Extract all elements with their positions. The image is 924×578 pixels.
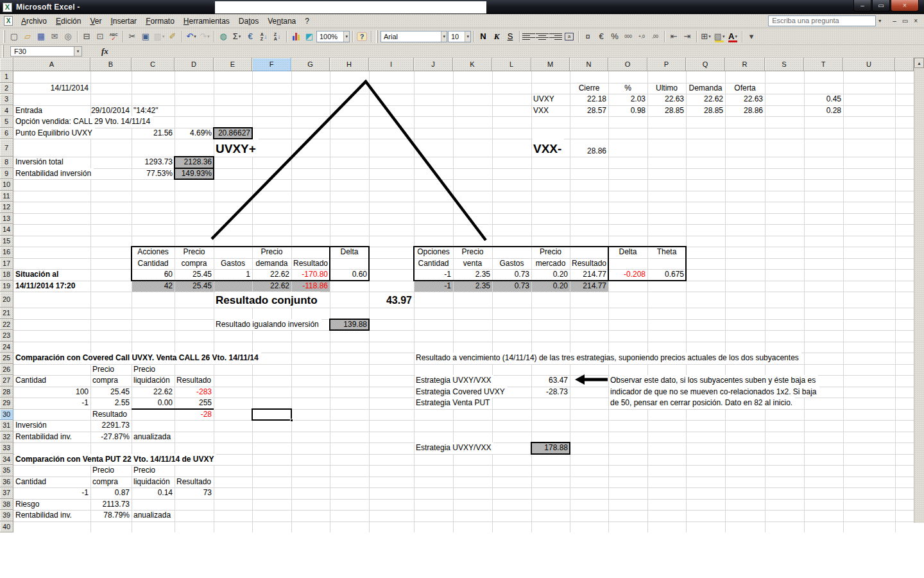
cell-O4[interactable]: 0.98 (608, 105, 647, 117)
cell-C27[interactable]: liquidación (132, 375, 175, 387)
cell-P2[interactable]: Ultimo (647, 83, 686, 94)
cell-F19[interactable]: 22.62 (253, 281, 291, 292)
cell-L18[interactable]: 0.73 (492, 269, 531, 281)
row-header-28[interactable]: 28 (0, 387, 13, 398)
cell-N19[interactable]: 214.77 (570, 281, 608, 292)
fill-color-icon[interactable]: ▧▾ (713, 30, 726, 43)
scroll-up-icon[interactable]: ▲ (914, 58, 924, 68)
menu-formato[interactable]: Formato (141, 15, 179, 28)
cell-K16[interactable]: Precio (453, 247, 492, 258)
cell-J17[interactable]: Cantidad (414, 258, 453, 270)
cell-D30[interactable]: -28 (175, 409, 214, 421)
row-header-24[interactable]: 24 (0, 342, 13, 353)
redo-icon[interactable]: ↷▾ (198, 30, 211, 43)
cell-N17[interactable]: Resultado (570, 258, 608, 270)
paste-icon[interactable]: ▥▾ (153, 30, 166, 43)
bold-button[interactable]: N (477, 30, 490, 43)
cell-O27[interactable]: Observar este dato, si los subyacentes s… (610, 375, 818, 387)
col-header-f[interactable]: F (252, 58, 291, 71)
cell-A25[interactable]: Comparación con Covered Call UVXY. Venta… (15, 353, 261, 364)
cell-E18[interactable]: 1 (214, 269, 252, 281)
cell-J19[interactable]: -1 (415, 281, 453, 292)
cell-A36[interactable]: Cantidad (13, 477, 90, 488)
col-header-n[interactable]: N (570, 58, 608, 71)
row-header-16[interactable]: 16 (0, 247, 13, 258)
menu-herramientas[interactable]: Herramientas (179, 15, 234, 28)
cell-N7[interactable]: 28.86 (570, 139, 608, 157)
toolbar-options-icon[interactable]: ▾ (745, 30, 758, 43)
cell-Q2[interactable]: Demanda (686, 83, 725, 94)
cell-J29[interactable]: Estrategia Venta PUT (415, 398, 492, 409)
cell-A31[interactable]: Inversión (13, 420, 90, 432)
cell-C16[interactable]: Acciones (132, 247, 175, 258)
cell-G17[interactable]: Resultado (291, 258, 330, 270)
col-header-r[interactable]: R (725, 58, 765, 71)
cell-J16[interactable]: Opciones (414, 247, 453, 258)
print-preview-icon[interactable]: ⊡ (94, 30, 107, 43)
row-header-2[interactable]: 2 (0, 83, 13, 94)
cell-E20[interactable]: Resultado conjunto (215, 292, 320, 308)
cell-P16[interactable]: Theta (647, 247, 686, 258)
cell-M27[interactable]: 63.47 (531, 375, 570, 387)
cell-H22[interactable]: 139.88 (330, 320, 369, 331)
row-header-12[interactable]: 12 (0, 202, 13, 213)
undo-icon[interactable]: ↶▾ (185, 30, 198, 43)
col-header-b[interactable]: B (90, 58, 132, 71)
cell-P18[interactable]: 0.675 (647, 269, 686, 281)
cell-M28[interactable]: -28.73 (531, 387, 570, 398)
cell-C26[interactable]: Precio (132, 364, 175, 376)
insert-function-icon[interactable]: fx (101, 46, 108, 57)
comma-style-icon[interactable]: 000 (622, 30, 635, 43)
cell-B29[interactable]: 2.55 (90, 398, 132, 409)
cell-Q3[interactable]: 22.62 (686, 94, 725, 105)
row-header-25[interactable]: 25 (0, 353, 13, 364)
cell-N4[interactable]: 28.57 (570, 105, 608, 117)
decrease-indent-icon[interactable]: ⇤ (667, 30, 680, 43)
font-color-icon[interactable]: A▾ (726, 30, 739, 43)
name-box-dropdown-icon[interactable]: ▾ (74, 46, 82, 57)
row-header-18[interactable]: 18 (0, 269, 13, 281)
cell-B37[interactable]: 0.87 (90, 487, 132, 499)
row-header-33[interactable]: 33 (0, 442, 13, 454)
row-header-36[interactable]: 36 (0, 477, 13, 488)
col-header-e[interactable]: E (214, 58, 252, 71)
cell-E19[interactable] (214, 281, 252, 292)
cell-J18[interactable]: -1 (414, 269, 453, 281)
row-header-20[interactable]: 20 (0, 292, 13, 308)
col-header-h[interactable]: H (330, 58, 369, 71)
underline-button[interactable]: S (504, 30, 517, 43)
merge-center-icon[interactable]: a (563, 30, 576, 43)
cell-A29[interactable]: -1 (13, 398, 90, 409)
cell-D17[interactable]: compra (175, 258, 214, 270)
cell-E6[interactable]: 20.86627 (214, 128, 252, 139)
cell-K18[interactable]: 2.35 (453, 269, 492, 281)
col-header-a[interactable]: A (13, 58, 90, 71)
row-header-22[interactable]: 22 (0, 319, 13, 331)
row-header-26[interactable]: 26 (0, 364, 13, 376)
cell-R2[interactable]: Oferta (725, 83, 765, 94)
cell-B27[interactable]: compra (90, 375, 132, 387)
col-header-q[interactable]: Q (686, 58, 725, 71)
cell-B38[interactable]: 2113.73 (90, 499, 132, 511)
cell-A32[interactable]: Rentabilidad inv. (13, 432, 90, 443)
cell-B4[interactable]: 29/10/2014 (90, 105, 132, 117)
cell-D18[interactable]: 25.45 (175, 269, 214, 281)
menu-edicin[interactable]: Edición (51, 15, 85, 28)
cell-R4[interactable]: 28.86 (725, 105, 765, 117)
euro-style-icon[interactable]: € (595, 30, 608, 43)
cell-C35[interactable]: Precio (132, 465, 175, 477)
align-center-icon[interactable] (536, 30, 549, 43)
cell-E7[interactable]: UVXY+ (215, 139, 259, 157)
formula-bar-handle[interactable] (2, 45, 4, 58)
cell-C36[interactable]: liquidación (132, 477, 175, 488)
cell-C18[interactable]: 60 (132, 269, 175, 281)
row-header-34[interactable]: 34 (0, 454, 13, 466)
col-header-u[interactable]: U (843, 58, 895, 71)
col-header-c[interactable]: C (132, 58, 175, 71)
cell-A28[interactable]: 100 (13, 387, 90, 398)
cell-M19[interactable]: 0.20 (532, 281, 570, 292)
col-header-s[interactable]: S (765, 58, 804, 71)
select-all-corner[interactable] (0, 58, 13, 71)
font-size-combo[interactable]: 10▾ (448, 31, 471, 42)
row-header-8[interactable]: 8 (0, 157, 13, 168)
